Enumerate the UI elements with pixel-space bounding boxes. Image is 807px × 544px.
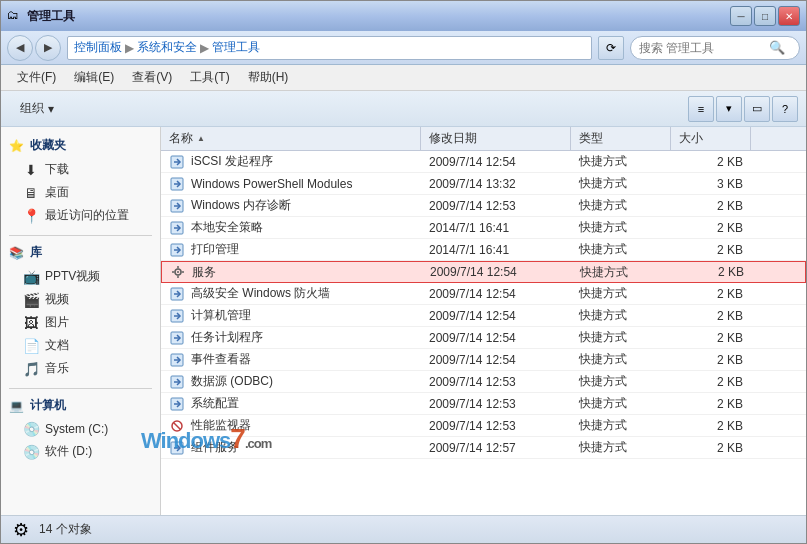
sidebar-item-desktop[interactable]: 🖥 桌面: [1, 181, 160, 204]
desktop-label: 桌面: [45, 184, 69, 201]
file-name-cell: 组件服务: [161, 439, 421, 456]
path-control-panel[interactable]: 控制面板: [74, 39, 122, 56]
file-size: 2 KB: [671, 353, 751, 367]
table-row[interactable]: 性能监视器 2009/7/14 12:53 快捷方式 2 KB: [161, 415, 806, 437]
sidebar-item-system-c[interactable]: 💿 System (C:): [1, 418, 160, 440]
address-path[interactable]: 控制面板 ▶ 系统和安全 ▶ 管理工具: [67, 36, 592, 60]
table-row[interactable]: 事件查看器 2009/7/14 12:54 快捷方式 2 KB: [161, 349, 806, 371]
file-name: iSCSI 发起程序: [191, 153, 273, 170]
sidebar-favorites-title[interactable]: ⭐ 收藏夹: [1, 133, 160, 158]
file-name-cell: 系统配置: [161, 395, 421, 412]
view-preview-button[interactable]: ▭: [744, 96, 770, 122]
file-type: 快捷方式: [571, 219, 671, 236]
maximize-button[interactable]: □: [754, 6, 776, 26]
view-dropdown-button[interactable]: ▾: [716, 96, 742, 122]
table-row[interactable]: 高级安全 Windows 防火墙 2009/7/14 12:54 快捷方式 2 …: [161, 283, 806, 305]
system-c-label: System (C:): [45, 422, 108, 436]
sidebar-computer-title[interactable]: 💻 计算机: [1, 393, 160, 418]
col-header-type[interactable]: 类型: [571, 127, 671, 150]
file-name-cell: Windows 内存诊断: [161, 197, 421, 214]
table-row[interactable]: 组件服务 2009/7/14 12:57 快捷方式 2 KB: [161, 437, 806, 459]
organize-button[interactable]: 组织 ▾: [9, 95, 65, 122]
view-list-button[interactable]: ≡: [688, 96, 714, 122]
table-row[interactable]: 服务 2009/7/14 12:54 快捷方式 2 KB: [161, 261, 806, 283]
sidebar-item-documents[interactable]: 📄 文档: [1, 334, 160, 357]
file-date: 2009/7/14 12:54: [421, 309, 571, 323]
forward-button[interactable]: ▶: [35, 35, 61, 61]
file-type: 快捷方式: [571, 241, 671, 258]
table-row[interactable]: 本地安全策略 2014/7/1 16:41 快捷方式 2 KB: [161, 217, 806, 239]
menu-tools[interactable]: 工具(T): [182, 67, 237, 88]
file-name: 服务: [192, 264, 216, 281]
file-type: 快捷方式: [571, 307, 671, 324]
file-name: 本地安全策略: [191, 219, 263, 236]
file-size: 2 KB: [671, 309, 751, 323]
sidebar-section-computer: 💻 计算机 💿 System (C:) 💿 软件 (D:): [1, 393, 160, 463]
table-row[interactable]: 系统配置 2009/7/14 12:53 快捷方式 2 KB: [161, 393, 806, 415]
menu-edit[interactable]: 编辑(E): [66, 67, 122, 88]
search-box[interactable]: 🔍: [630, 36, 800, 60]
file-date: 2014/7/1 16:41: [421, 243, 571, 257]
file-size: 2 KB: [672, 265, 752, 279]
file-name-cell: 服务: [162, 264, 422, 281]
path-system-security[interactable]: 系统和安全: [137, 39, 197, 56]
file-name-cell: 事件查看器: [161, 351, 421, 368]
file-size: 2 KB: [671, 397, 751, 411]
table-row[interactable]: 任务计划程序 2009/7/14 12:54 快捷方式 2 KB: [161, 327, 806, 349]
pptv-label: PPTV视频: [45, 268, 100, 285]
file-icon: [169, 374, 185, 390]
file-name: 系统配置: [191, 395, 239, 412]
sidebar-item-software-d[interactable]: 💿 软件 (D:): [1, 440, 160, 463]
file-type: 快捷方式: [571, 395, 671, 412]
window-title: 管理工具: [27, 8, 75, 25]
menu-bar: 文件(F) 编辑(E) 查看(V) 工具(T) 帮助(H): [1, 65, 806, 91]
file-icon: [169, 242, 185, 258]
sidebar-divider-2: [9, 388, 152, 389]
menu-file[interactable]: 文件(F): [9, 67, 64, 88]
col-header-size[interactable]: 大小: [671, 127, 751, 150]
table-row[interactable]: 打印管理 2014/7/1 16:41 快捷方式 2 KB: [161, 239, 806, 261]
search-input[interactable]: [639, 41, 769, 55]
menu-help[interactable]: 帮助(H): [240, 67, 297, 88]
sidebar-item-pptv[interactable]: 📺 PPTV视频: [1, 265, 160, 288]
col-header-name[interactable]: 名称 ▲: [161, 127, 421, 150]
table-row[interactable]: 计算机管理 2009/7/14 12:54 快捷方式 2 KB: [161, 305, 806, 327]
close-button[interactable]: ✕: [778, 6, 800, 26]
sidebar-item-video[interactable]: 🎬 视频: [1, 288, 160, 311]
file-type: 快捷方式: [571, 197, 671, 214]
minimize-button[interactable]: ─: [730, 6, 752, 26]
file-name-cell: 数据源 (ODBC): [161, 373, 421, 390]
file-date: 2014/7/1 16:41: [421, 221, 571, 235]
sidebar-library-title[interactable]: 📚 库: [1, 240, 160, 265]
software-d-label: 软件 (D:): [45, 443, 92, 460]
view-help-button[interactable]: ?: [772, 96, 798, 122]
path-sep-1: ▶: [125, 41, 134, 55]
sidebar-item-downloads[interactable]: ⬇ 下载: [1, 158, 160, 181]
recent-icon: 📍: [23, 208, 39, 224]
status-count: 14 个对象: [39, 521, 92, 538]
col-header-date[interactable]: 修改日期: [421, 127, 571, 150]
file-name-cell: 性能监视器: [161, 417, 421, 434]
organize-label: 组织: [20, 100, 44, 117]
path-admin-tools[interactable]: 管理工具: [212, 39, 260, 56]
file-size: 2 KB: [671, 243, 751, 257]
menu-view[interactable]: 查看(V): [124, 67, 180, 88]
sidebar-item-pictures[interactable]: 🖼 图片: [1, 311, 160, 334]
file-icon: [169, 220, 185, 236]
status-bar: ⚙ 14 个对象: [1, 515, 806, 543]
sidebar-divider-1: [9, 235, 152, 236]
sidebar-item-music[interactable]: 🎵 音乐: [1, 357, 160, 380]
file-date: 2009/7/14 12:54: [421, 287, 571, 301]
file-icon: [169, 154, 185, 170]
table-row[interactable]: Windows PowerShell Modules 2009/7/14 13:…: [161, 173, 806, 195]
table-row[interactable]: 数据源 (ODBC) 2009/7/14 12:53 快捷方式 2 KB: [161, 371, 806, 393]
refresh-button[interactable]: ⟳: [598, 36, 624, 60]
file-type: 快捷方式: [571, 153, 671, 170]
file-size: 2 KB: [671, 331, 751, 345]
sidebar-item-recent[interactable]: 📍 最近访问的位置: [1, 204, 160, 227]
recent-label: 最近访问的位置: [45, 207, 129, 224]
back-button[interactable]: ◀: [7, 35, 33, 61]
table-row[interactable]: Windows 内存诊断 2009/7/14 12:53 快捷方式 2 KB: [161, 195, 806, 217]
file-icon: [169, 330, 185, 346]
table-row[interactable]: iSCSI 发起程序 2009/7/14 12:54 快捷方式 2 KB: [161, 151, 806, 173]
